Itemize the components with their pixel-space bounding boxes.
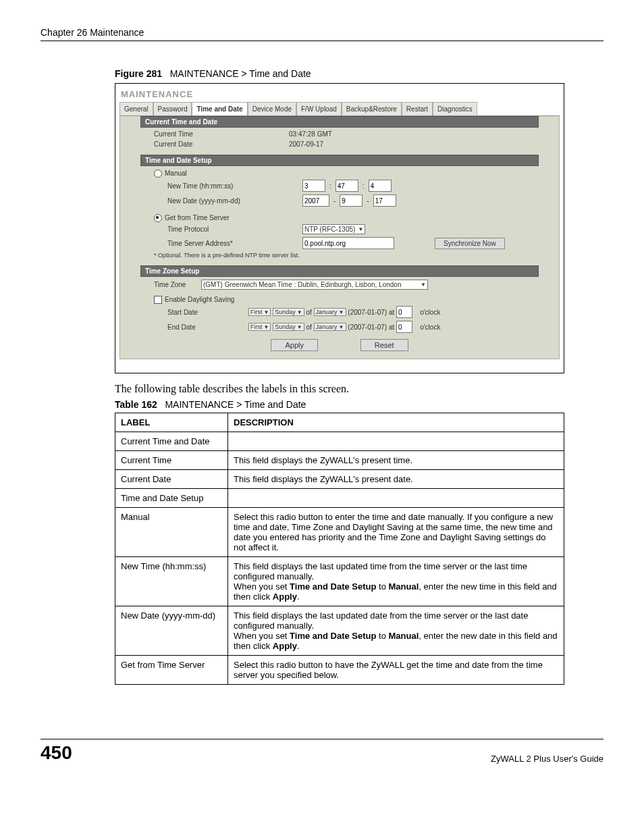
time-protocol-select[interactable]: NTP (RFC-1305) ▼ — [302, 224, 365, 234]
chevron-down-icon: ▼ — [264, 309, 269, 315]
start-date-label: Start Date — [167, 309, 248, 316]
apply-button[interactable]: Apply — [271, 339, 318, 351]
end-weekday-select[interactable]: Sunday▼ — [273, 323, 304, 331]
end-oclock: o'clock — [420, 323, 440, 331]
tab-diagnostics[interactable]: Diagnostics — [433, 102, 477, 115]
table-row: Manual Select this radio button to enter… — [115, 508, 564, 557]
chevron-down-icon: ▼ — [297, 309, 302, 315]
new-time-hh[interactable] — [302, 180, 325, 192]
end-month-select[interactable]: January▼ — [314, 323, 346, 331]
new-date-yyyy[interactable] — [302, 194, 329, 207]
chevron-down-icon: ▼ — [264, 324, 269, 330]
new-time-mm[interactable] — [336, 180, 358, 192]
chevron-down-icon: ▼ — [297, 324, 302, 330]
description-table: LABEL DESCRIPTION Current Time and Date … — [115, 413, 564, 685]
start-month-select[interactable]: January▼ — [314, 308, 346, 316]
current-time-value: 03:47:28 GMT — [289, 130, 332, 138]
section-current-time-date: Current Time and Date — [140, 116, 539, 128]
reset-button[interactable]: Reset — [360, 339, 408, 351]
time-server-input[interactable] — [302, 237, 394, 249]
new-time-label: New Time (hh:mm:ss) — [167, 182, 302, 190]
current-date-label: Current Date — [154, 140, 289, 148]
table-row: Get from Time Server Select this radio b… — [115, 656, 564, 685]
chevron-down-icon: ▼ — [358, 226, 363, 232]
table-row: New Date (yyyy-mm-dd) This field display… — [115, 606, 564, 656]
enable-daylight-checkbox[interactable] — [154, 296, 162, 304]
time-zone-select[interactable]: (GMT) Greenwich Mean Time : Dublin, Edin… — [201, 280, 428, 290]
manual-radio[interactable] — [154, 170, 162, 178]
new-date-label: New Date (yyyy-mm-dd) — [167, 197, 302, 205]
section-time-date-setup: Time and Date Setup — [140, 155, 539, 166]
table-title: MAINTENANCE > Time and Date — [165, 399, 306, 410]
table-row: Current Time This field displays the ZyW… — [115, 451, 564, 470]
table-label: Table 162 — [115, 399, 157, 410]
manual-label: Manual — [165, 170, 187, 177]
end-hour-input[interactable] — [396, 321, 412, 333]
table-caption: Table 162 MAINTENANCE > Time and Date — [115, 399, 603, 410]
screenshot-container: MAINTENANCE General Password Time and Da… — [115, 83, 564, 373]
start-hour-input[interactable] — [396, 306, 412, 318]
section-time-zone-setup: Time Zone Setup — [140, 265, 539, 277]
end-date-paren: (2007-01-07) — [348, 323, 387, 331]
figure-label: Figure 281 — [115, 68, 162, 79]
tab-general[interactable]: General — [119, 102, 153, 115]
get-from-server-label: Get from Time Server — [165, 214, 230, 221]
start-date-paren: (2007-01-07) — [348, 309, 387, 316]
tab-backup-restore[interactable]: Backup&Restore — [342, 102, 402, 115]
intro-paragraph: The following table describes the labels… — [115, 383, 603, 395]
new-date-mm[interactable] — [340, 194, 363, 207]
table-row: New Time (hh:mm:ss) This field displays … — [115, 557, 564, 606]
time-server-label: Time Server Address* — [167, 240, 302, 247]
chevron-down-icon: ▼ — [421, 282, 426, 288]
synchronize-now-button[interactable]: Synchronize Now — [435, 238, 505, 249]
get-from-server-radio[interactable] — [154, 214, 162, 222]
new-date-dd[interactable] — [373, 194, 396, 207]
time-protocol-label: Time Protocol — [167, 226, 302, 233]
screen-title: MAINTENANCE — [121, 89, 558, 99]
chevron-down-icon: ▼ — [339, 309, 344, 315]
tab-device-mode[interactable]: Device Mode — [248, 102, 296, 115]
chevron-down-icon: ▼ — [339, 324, 344, 330]
start-ordinal-select[interactable]: First▼ — [248, 308, 271, 316]
figure-title: MAINTENANCE > Time and Date — [170, 68, 311, 79]
tab-time-and-date[interactable]: Time and Date — [192, 102, 247, 115]
tab-restart[interactable]: Restart — [402, 102, 433, 115]
start-weekday-select[interactable]: Sunday▼ — [273, 308, 304, 316]
time-zone-label: Time Zone — [154, 281, 201, 288]
chapter-header: Chapter 26 Maintenance — [41, 27, 603, 41]
page-number: 450 — [41, 742, 72, 764]
table-row: Current Date This field displays the ZyW… — [115, 470, 564, 489]
table-row: Time and Date Setup — [115, 489, 564, 508]
table-row: Current Time and Date — [115, 432, 564, 451]
tab-password[interactable]: Password — [153, 102, 192, 115]
time-server-footnote: * Optional. There is a pre-defined NTP t… — [154, 252, 539, 259]
current-date-value: 2007-09-17 — [289, 140, 323, 148]
tab-row: General Password Time and Date Device Mo… — [119, 102, 560, 116]
th-label: LABEL — [115, 413, 228, 432]
figure-caption: Figure 281 MAINTENANCE > Time and Date — [115, 68, 603, 79]
end-date-label: End Date — [167, 323, 248, 331]
panel: Current Time and Date Current Time 03:47… — [119, 116, 560, 359]
enable-daylight-label: Enable Daylight Saving — [165, 296, 234, 303]
tab-fw-upload[interactable]: F/W Upload — [296, 102, 342, 115]
end-ordinal-select[interactable]: First▼ — [248, 323, 271, 331]
guide-name: ZyWALL 2 Plus User's Guide — [491, 754, 603, 764]
th-description: DESCRIPTION — [228, 413, 564, 432]
new-time-ss[interactable] — [369, 180, 392, 192]
current-time-label: Current Time — [154, 130, 289, 138]
start-oclock: o'clock — [420, 309, 440, 316]
